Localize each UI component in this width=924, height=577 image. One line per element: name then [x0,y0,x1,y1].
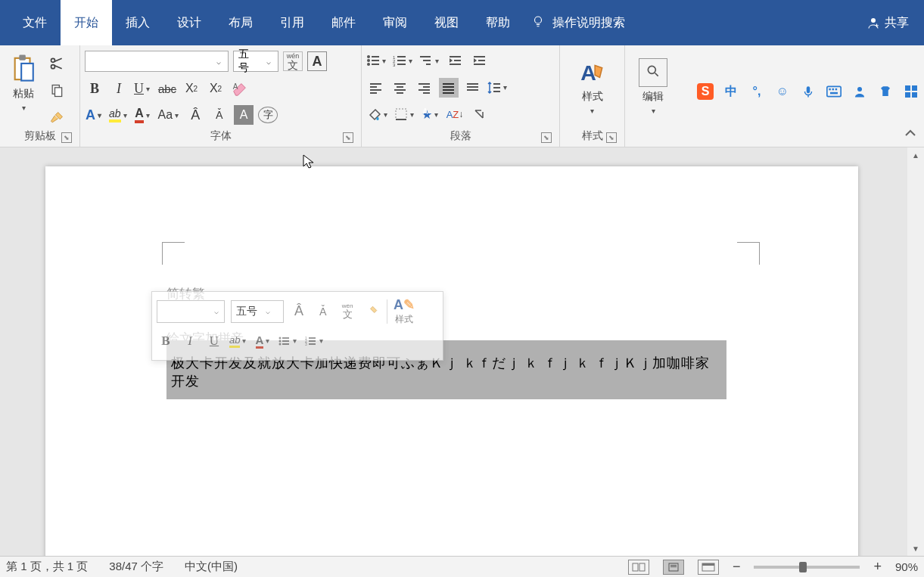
clear-format-button[interactable]: A [230,79,250,98]
subscript-button[interactable]: X2 [182,79,201,98]
align-distribute-button[interactable] [463,78,483,98]
mini-size-select[interactable]: 五号⌵ [231,300,284,323]
strikethrough-button[interactable]: abc [157,79,177,98]
font-family-select[interactable]: ⌵ [85,51,229,72]
chevron-down-icon: ▾ [649,107,658,115]
cut-button[interactable] [47,54,67,73]
line-spacing-button[interactable]: ▾ [487,78,509,98]
styles-button[interactable]: A 样式 ▾ [565,48,620,124]
italic-button[interactable]: I [109,79,129,98]
indent-increase-button[interactable] [470,51,490,70]
phonetic-guide-button[interactable]: wén文 [283,51,303,71]
mini-bullets[interactable]: ▾ [278,330,299,352]
vertical-scrollbar[interactable]: ▲ ▼ [907,147,924,556]
document-page[interactable]: 简转繁 给文字加拼音 极大卡开发及就放大卡加快递费即可ふぁＫｊ ｋｆだｊ ｋ ｆ… [45,166,858,556]
find-button[interactable]: 编辑 ▾ [630,48,677,124]
align-justify-button[interactable] [439,78,459,98]
text-effects-button[interactable]: A▾ [85,105,104,125]
sort-button[interactable]: AZ↓ [445,104,465,124]
copy-button[interactable] [47,81,67,101]
zoom-level[interactable]: 90% [895,560,918,573]
ime-lang-button[interactable]: 中 [723,83,739,100]
tab-help[interactable]: 帮助 [472,0,524,45]
share-button[interactable]: 共享 [866,15,909,31]
mini-italic[interactable]: I [181,330,199,352]
mini-bold[interactable]: B [157,330,175,352]
char-shading-button[interactable]: A [234,105,254,125]
scroll-down-button[interactable]: ▼ [907,541,924,556]
dialog-launcher-icon[interactable]: ⬊ [343,132,353,143]
tab-review[interactable]: 审阅 [369,0,421,45]
collapse-ribbon-button[interactable] [904,127,916,141]
enclose-char-button[interactable]: 字 [258,107,278,123]
ime-toolbox-button[interactable] [903,83,919,100]
document-area[interactable]: 简转繁 给文字加拼音 极大卡开发及就放大卡加快递费即可ふぁＫｊ ｋｆだｊ ｋ ｆ… [0,147,907,556]
align-right-button[interactable] [415,78,434,98]
shrink-font-button[interactable]: Ǎ [210,105,229,125]
view-read-mode[interactable] [628,560,649,575]
shading-button[interactable]: ▾ [366,104,390,124]
mini-styles[interactable]: A✎ 样式 [394,301,415,322]
scroll-up-button[interactable]: ▲ [907,147,924,163]
ime-voice-button[interactable] [800,83,817,100]
tell-me[interactable]: 操作说明搜索 [531,14,625,31]
ime-punct-button[interactable]: °, [748,83,765,100]
highlight-button[interactable]: ab▾ [109,105,129,125]
format-painter-button[interactable] [47,108,67,128]
tab-design[interactable]: 设计 [163,0,215,45]
dialog-launcher-icon[interactable]: ⬊ [606,132,617,143]
ime-skin-button[interactable] [877,83,894,100]
zoom-out-button[interactable]: − [733,559,741,575]
align-center-button[interactable] [390,78,410,98]
status-word-count[interactable]: 38/47 个字 [109,560,163,574]
tab-layout[interactable]: 布局 [215,0,266,45]
mini-font-color[interactable]: A▾ [254,330,272,352]
status-language[interactable]: 中文(中国) [185,560,238,574]
tab-view[interactable]: 视图 [421,0,472,45]
mini-grow-font[interactable]: Â [290,301,308,322]
tab-home[interactable]: 开始 [61,0,112,45]
ime-emoji-button[interactable]: ☺ [774,83,791,100]
view-web-layout[interactable] [698,560,719,575]
status-page[interactable]: 第 1 页，共 1 页 [6,560,88,574]
font-size-select[interactable]: 五号⌵ [233,51,278,72]
view-print-layout[interactable] [663,560,684,575]
align-left-button[interactable] [366,78,386,98]
svg-rect-19 [397,60,406,61]
indent-decrease-button[interactable] [446,51,465,70]
paste-button[interactable]: 粘贴 ▾ [5,51,42,115]
mini-shrink-font[interactable]: Ǎ [314,301,332,322]
sogou-icon[interactable]: S [697,83,714,100]
mini-phonetic[interactable]: wén文 [338,301,356,322]
multilevel-button[interactable]: ▾ [419,51,441,70]
ime-keyboard-button[interactable] [826,83,842,100]
mini-underline[interactable]: U [205,330,223,352]
superscript-button[interactable]: X2 [206,79,226,98]
char-border-button[interactable]: A [307,51,327,71]
bold-button[interactable]: B [85,79,104,98]
zoom-in-button[interactable]: + [873,559,882,575]
numbering-button[interactable]: 123▾ [393,51,415,70]
show-marks-button[interactable] [469,104,489,124]
font-color-button[interactable]: A▾ [134,105,154,125]
grow-font-button[interactable]: Â [185,105,205,125]
bullets-button[interactable]: ▾ [366,51,388,70]
tab-references[interactable]: 引用 [266,0,318,45]
zoom-knob[interactable] [799,562,807,572]
tab-mailings[interactable]: 邮件 [318,0,369,45]
mini-numbering[interactable]: 123▾ [305,330,325,352]
svg-text:1: 1 [393,55,396,60]
mini-format-painter[interactable] [362,301,381,322]
underline-button[interactable]: U▾ [133,79,153,98]
mini-font-select[interactable]: ⌵ [157,300,225,323]
dialog-launcher-icon[interactable]: ⬊ [541,132,552,143]
borders-button[interactable]: ▾ [394,104,416,124]
mini-highlight[interactable]: ab▾ [229,330,248,352]
zoom-slider[interactable] [754,566,860,569]
tab-insert[interactable]: 插入 [112,0,163,45]
change-case-button[interactable]: Aa▾ [158,105,182,125]
dialog-launcher-icon[interactable]: ⬊ [61,132,72,143]
tab-file[interactable]: 文件 [9,0,61,45]
asian-layout-button[interactable]: ★A▾ [421,104,440,124]
ime-person-button[interactable] [851,83,868,100]
